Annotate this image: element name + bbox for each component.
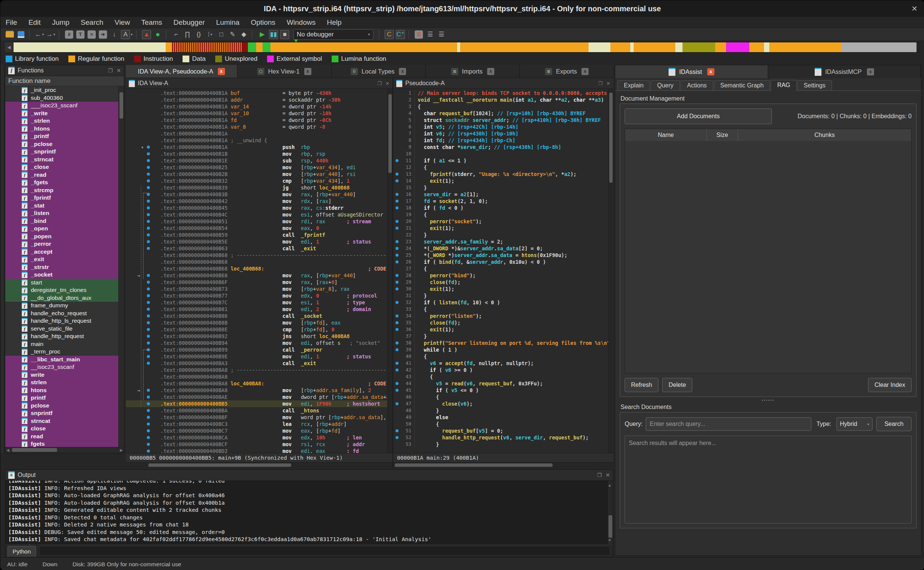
text-view-icon[interactable]: T bbox=[76, 30, 85, 39]
function-list-item[interactable]: fmain bbox=[5, 340, 124, 348]
disassembly-line[interactable]: .text:0000000000400B68 bbox=[126, 259, 392, 265]
function-list-item[interactable]: f_perror bbox=[5, 240, 124, 248]
disassembly-line[interactable]: .text:0000000000400BBF mov word ptr [rbp… bbox=[126, 414, 392, 421]
disassembly-listing[interactable]: .text:0000000000400B1A buf = byte ptr -4… bbox=[126, 89, 392, 453]
pseudocode-line[interactable]: 32 if ( listen(fd, 10) < 0 ) bbox=[393, 299, 613, 306]
output-log[interactable]: [IDAssist] INFO: Action application comp… bbox=[5, 481, 613, 544]
function-list-item[interactable]: fhandle_http_ls_request bbox=[5, 317, 124, 325]
function-list-item[interactable]: f__libc_start_main bbox=[5, 356, 124, 364]
pseudocode-line[interactable]: 34 perror("listen"); bbox=[393, 313, 613, 319]
pseudocode-line[interactable]: 25 *(_WORD *)server_addr.sa_data = htons… bbox=[393, 252, 613, 259]
pseudocode-line[interactable]: 40 { bbox=[393, 353, 613, 360]
close-icon[interactable]: ✕ bbox=[606, 81, 610, 86]
disassembly-line[interactable]: .text:0000000000400BAE mov dword ptr [rb… bbox=[126, 394, 392, 400]
disassembly-line[interactable]: .text:0000000000400B1A bbox=[126, 130, 392, 137]
pseudocode-line[interactable]: 16 serve_dir = a2[1]; bbox=[393, 191, 613, 198]
comment-icon[interactable]: ⁞▾ bbox=[206, 30, 214, 39]
function-list-item[interactable]: f_init_proc bbox=[5, 86, 124, 94]
pseudocode-line[interactable]: 49 else bbox=[393, 414, 613, 421]
function-list-item[interactable]: fhandle_echo_request bbox=[5, 310, 124, 317]
disassembly-line[interactable]: .text:0000000000400B1A var_14 = dword pt… bbox=[126, 103, 392, 110]
pseudocode-line[interactable]: 4 char request_buf[1024]; // [rsp+10h] [… bbox=[393, 110, 613, 117]
breakpoint-icon[interactable]: ▲ bbox=[142, 30, 151, 39]
pseudocode-line[interactable]: 43 { bbox=[393, 373, 613, 380]
pseudocode-line[interactable]: 30 exit(1); bbox=[393, 285, 613, 292]
function-list-item[interactable]: f_strstr bbox=[5, 264, 124, 271]
search-type-select[interactable]: Hybrid ▾ bbox=[836, 417, 873, 431]
function-list-item[interactable]: f_close bbox=[5, 163, 124, 171]
disassembly-line[interactable]: .text:0000000000400B42 mov rdx, [rax] bbox=[126, 198, 392, 204]
pseudocode-line[interactable]: 29 close(fd); bbox=[393, 279, 613, 285]
search-button[interactable]: Search bbox=[876, 417, 912, 431]
disassembly-line[interactable]: .text:0000000000400BCA mov edx, 10h ; le… bbox=[126, 434, 392, 441]
function-list-item[interactable]: fsub_400360 bbox=[5, 94, 124, 102]
debug-pause-icon[interactable]: ▮▮ bbox=[269, 30, 278, 39]
idassist-tab-semantic-graph[interactable]: Semantic Graph bbox=[714, 80, 770, 90]
pseudocode-line[interactable]: 53 } bbox=[393, 441, 613, 448]
idassist-tab-query[interactable]: Query bbox=[650, 80, 680, 90]
lumina-icon[interactable]: ● bbox=[153, 30, 162, 39]
pseudocode-line[interactable]: 6 int v5; // [rsp+42Ch] [rbp-14h] bbox=[393, 123, 613, 130]
pseudocode-line[interactable]: 7 int v6; // [rsp+430h] [rbp-10h] bbox=[393, 130, 613, 137]
stack-frame-icon[interactable]: ∏ bbox=[183, 30, 192, 39]
pseudocode-line[interactable]: 19 { bbox=[393, 211, 613, 218]
function-list-item[interactable]: f_stat bbox=[5, 202, 124, 210]
pseudocode-line[interactable]: 9 const char *serve_dir; // [rsp+438h] [… bbox=[393, 144, 613, 150]
names-icon[interactable]: A▾ bbox=[121, 30, 132, 39]
disassembly-line[interactable]: .text:0000000000400B6F mov rax, [rax+8] bbox=[126, 279, 392, 285]
idassist-tab-explain[interactable]: Explain bbox=[618, 80, 650, 90]
function-list-item[interactable]: fclose bbox=[5, 425, 124, 433]
pseudocode-line[interactable]: 10 bbox=[393, 150, 613, 157]
debugger-select[interactable]: No debugger ▾ bbox=[294, 29, 374, 40]
menu-teams[interactable]: Teams bbox=[141, 18, 162, 27]
disassembly-line[interactable]: .text:0000000000400B8B mov [rbp+fd], eax bbox=[126, 319, 392, 326]
disassembly-line[interactable]: .text:0000000000400BA8 bbox=[126, 373, 392, 380]
close-icon[interactable]: x bbox=[707, 68, 714, 75]
disassembly-line[interactable]: .text:0000000000400B9E mov edi, 1 ; stat… bbox=[126, 353, 392, 360]
compile-c-plus-icon[interactable]: C⁺ bbox=[396, 30, 405, 39]
close-icon[interactable]: x bbox=[304, 68, 311, 75]
disassembly-line[interactable]: .text:0000000000400B99 call _perror bbox=[126, 346, 392, 353]
function-list-item[interactable]: f_socket bbox=[5, 271, 124, 279]
close-icon[interactable]: x bbox=[581, 68, 589, 75]
close-icon[interactable]: x bbox=[218, 68, 225, 75]
idassist-tab-rag[interactable]: RAG bbox=[771, 80, 797, 91]
splitter-handle[interactable]: •••••• bbox=[620, 397, 916, 403]
disassembly-line[interactable]: .text:0000000000400B54 mov eax, 0 bbox=[126, 225, 392, 231]
pseudocode-horizontal-scrollbar[interactable] bbox=[393, 462, 613, 468]
pseudocode-line[interactable]: 45 if ( v5 <= 0 ) bbox=[393, 387, 613, 394]
function-list-item[interactable]: f___isoc23_sscanf bbox=[5, 102, 124, 110]
python-command-input[interactable] bbox=[39, 546, 610, 556]
pseudocode-line[interactable]: 13 fprintf(stderr, "Usage: %s <directory… bbox=[393, 171, 613, 178]
functions-horizontal-scrollbar[interactable]: ◀▶ bbox=[5, 447, 124, 453]
pseudocode-line[interactable]: 31 } bbox=[393, 292, 613, 299]
tab-idassistmcp[interactable]: IDAssistMCP x bbox=[768, 65, 921, 78]
pseudocode-line[interactable]: 5 struct sockaddr server_addr; // [rsp+4… bbox=[393, 117, 613, 123]
diamond-icon[interactable]: ◆ bbox=[239, 30, 248, 39]
disassembly-line[interactable]: →.text:0000000000400B68 mov rax, [rbp+va… bbox=[126, 272, 392, 279]
pseudocode-line[interactable]: 2void __fastcall __noreturn main(int a1,… bbox=[393, 97, 613, 103]
function-list-item[interactable]: f_popen bbox=[5, 233, 124, 241]
disassembly-line[interactable]: .text:0000000000400B1A ; __unwind { bbox=[126, 137, 392, 144]
close-icon[interactable]: x bbox=[867, 68, 874, 75]
pseudocode-line[interactable]: 36 exit(1); bbox=[393, 326, 613, 333]
disassembly-line[interactable]: .text:0000000000400B68 loc_400B68: ; COD… bbox=[126, 265, 392, 272]
search-query-input[interactable] bbox=[646, 417, 811, 431]
disassembly-line[interactable]: .text:0000000000400B8E cmp [rbp+fd], 0 bbox=[126, 326, 392, 333]
pseudocode-line[interactable]: 20 perror("socket"); bbox=[393, 218, 613, 225]
function-list-item[interactable]: fprintf bbox=[5, 394, 124, 402]
disassembly-line[interactable]: .text:0000000000400B81 mov edi, 2 ; doma… bbox=[126, 306, 392, 313]
disassembly-line[interactable]: .text:0000000000400B1E sub rsp, 440h bbox=[126, 157, 392, 164]
menu-file[interactable]: File bbox=[6, 18, 17, 27]
pseudocode-line[interactable]: 39 while ( 1 ) bbox=[393, 346, 613, 353]
menu-view[interactable]: View bbox=[115, 18, 130, 27]
window-close-icon[interactable]: ✕ bbox=[911, 4, 918, 13]
pseudocode-line[interactable]: 15 } bbox=[393, 184, 613, 191]
disassembly-line[interactable]: .text:0000000000400BA8 ; ---------------… bbox=[126, 366, 392, 373]
disassembly-line[interactable]: .text:0000000000400B92 jns short loc_400… bbox=[126, 333, 392, 340]
menu-jump[interactable]: Jump bbox=[52, 18, 69, 27]
tab-exports[interactable]: ≣Exportsx bbox=[520, 65, 614, 78]
function-list-item[interactable]: f_snprintf bbox=[5, 148, 124, 156]
disassembly-line[interactable]: .text:0000000000400B1A var_8 = qword ptr… bbox=[126, 123, 392, 130]
function-list-item[interactable]: f_exit bbox=[5, 256, 124, 264]
